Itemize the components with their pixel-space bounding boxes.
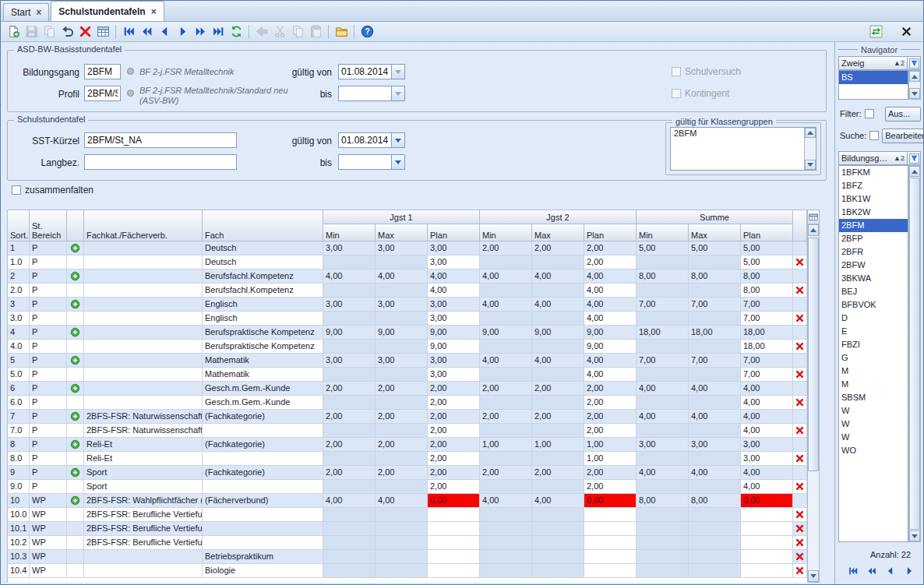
sort-cell[interactable]: 4	[8, 326, 30, 340]
value-cell[interactable]	[323, 536, 376, 550]
filter-aus-button[interactable]: Aus...	[885, 107, 921, 122]
value-cell[interactable]: 9,00	[323, 326, 376, 340]
fach-cell[interactable]	[203, 480, 323, 494]
fach-cell[interactable]: Englisch	[203, 312, 323, 326]
tab-start[interactable]: Start×	[3, 3, 49, 21]
value-cell[interactable]	[480, 340, 532, 354]
sort-cell[interactable]: 1	[8, 241, 30, 255]
value-cell[interactable]: 1,00	[584, 438, 637, 452]
value-cell[interactable]: 3,00	[323, 354, 376, 368]
value-cell[interactable]	[637, 368, 689, 382]
value-cell[interactable]	[376, 452, 428, 466]
value-cell[interactable]: 3,00	[428, 298, 480, 312]
value-cell[interactable]: 7,00	[741, 368, 793, 382]
bildungsgang-field[interactable]	[84, 64, 121, 79]
klassengruppen-list[interactable]: 2BFM	[670, 127, 816, 171]
value-cell[interactable]: 4,00	[741, 410, 793, 424]
value-cell[interactable]: 2,00	[428, 410, 480, 424]
bildungsgang-item[interactable]: 1BFZ	[839, 179, 908, 192]
schulversuch-checkbox[interactable]: Schulversuch	[672, 66, 741, 77]
value-cell[interactable]	[428, 550, 480, 564]
value-cell[interactable]: 18,00	[741, 326, 793, 340]
value-cell[interactable]: 0,00	[741, 494, 793, 508]
sort-cell[interactable]: 10.3	[8, 550, 30, 564]
value-cell[interactable]	[532, 550, 584, 564]
sort-cell[interactable]: 8	[8, 438, 30, 452]
value-cell[interactable]	[637, 396, 689, 410]
bereich-cell[interactable]: P	[30, 396, 67, 410]
value-cell[interactable]: 4,00	[741, 424, 793, 438]
value-cell[interactable]: 4,00	[637, 382, 689, 396]
bereich-cell[interactable]: WP	[30, 494, 67, 508]
bereich-cell[interactable]: P	[30, 382, 67, 396]
value-cell[interactable]: 2,00	[480, 382, 532, 396]
fachkat-cell[interactable]	[84, 354, 203, 368]
value-cell[interactable]: 5,00	[689, 241, 741, 255]
checkbox-icon[interactable]	[672, 67, 681, 76]
fach-cell[interactable]	[203, 424, 323, 438]
chevron-down-icon[interactable]	[391, 132, 405, 148]
value-cell[interactable]: 2,00	[428, 382, 480, 396]
fach-cell[interactable]: (Fachkategorie)	[203, 438, 323, 452]
sort-cell[interactable]: 6.0	[8, 396, 30, 410]
fach-cell[interactable]: Biologie	[203, 564, 323, 578]
value-cell[interactable]: 2,00	[584, 382, 637, 396]
add-row-button[interactable]	[67, 270, 84, 284]
value-cell[interactable]	[637, 564, 689, 578]
scroll-up-icon[interactable]	[909, 166, 920, 177]
value-cell[interactable]	[376, 255, 428, 270]
delete-row-button[interactable]	[793, 480, 807, 494]
col-header-min[interactable]: Min	[637, 224, 689, 241]
value-cell[interactable]	[637, 480, 689, 494]
sort-cell[interactable]: 5	[8, 354, 30, 368]
bildungsgang-item[interactable]: 2BFW	[839, 259, 908, 272]
chevron-down-icon[interactable]	[391, 154, 405, 170]
value-cell[interactable]	[637, 452, 689, 466]
value-cell[interactable]	[741, 550, 793, 564]
value-cell[interactable]	[532, 564, 584, 578]
value-cell[interactable]	[480, 522, 532, 536]
value-cell[interactable]: 2,00	[376, 410, 428, 424]
value-cell[interactable]	[376, 396, 428, 410]
col-header-min[interactable]: Min	[480, 224, 532, 241]
value-cell[interactable]: 1,00	[584, 452, 637, 466]
bereich-cell[interactable]: WP	[30, 508, 67, 522]
value-cell[interactable]	[689, 536, 741, 550]
fachkat-cell[interactable]: 2BFS-FSR: Berufliche Vertiefun...	[84, 536, 203, 550]
value-cell[interactable]: 5,00	[741, 241, 793, 255]
delete-row-button[interactable]	[793, 550, 807, 564]
fach-cell[interactable]	[203, 452, 323, 466]
value-cell[interactable]: 7,00	[689, 298, 741, 312]
copy-record-button[interactable]	[41, 23, 58, 41]
bildungsgang-item[interactable]: FBZI	[839, 338, 908, 351]
bildungsgang-item[interactable]: BEJ	[839, 285, 908, 298]
sort-cell[interactable]: 2.0	[8, 284, 30, 298]
value-cell[interactable]: 4,00	[323, 494, 376, 508]
value-cell[interactable]: 2,00	[428, 466, 480, 480]
table-row[interactable]: 9.0PSport2,002,004,00	[8, 480, 807, 494]
fachkat-cell[interactable]	[84, 298, 203, 312]
table-row[interactable]: 1.0PDeutsch3,002,005,00	[8, 255, 807, 270]
value-cell[interactable]	[480, 255, 532, 270]
table-row[interactable]: 10.0WP2BFS-FSR: Berufliche Vertiefun...	[8, 508, 807, 522]
suche-bearbeiten-button[interactable]: Bearbeiten	[882, 129, 924, 143]
bereich-cell[interactable]: WP	[30, 522, 67, 536]
value-cell[interactable]: 2,00	[376, 382, 428, 396]
fachkat-cell[interactable]	[84, 270, 203, 284]
profil-field[interactable]	[84, 86, 121, 101]
value-cell[interactable]	[637, 508, 689, 522]
fach-cell[interactable]	[203, 536, 323, 550]
fach-cell[interactable]: Berufspraktische Kompetenz	[203, 326, 323, 340]
sort-cell[interactable]: 9	[8, 466, 30, 480]
value-cell[interactable]: 7,00	[637, 298, 689, 312]
fach-cell[interactable]: (Fachkategorie)	[203, 466, 323, 480]
value-cell[interactable]	[689, 312, 741, 326]
value-cell[interactable]	[323, 522, 376, 536]
delete-row-button[interactable]	[793, 312, 807, 326]
help-button[interactable]: ?	[358, 23, 376, 41]
value-cell[interactable]: 3,00	[428, 312, 480, 326]
value-cell[interactable]: 2,00	[584, 241, 637, 255]
fachkat-cell[interactable]: Sport	[84, 480, 203, 494]
bildungsgang-item[interactable]: 1BFKM	[839, 166, 908, 179]
table-row[interactable]: 5PMathematik3,003,003,004,004,004,007,00…	[8, 354, 807, 368]
